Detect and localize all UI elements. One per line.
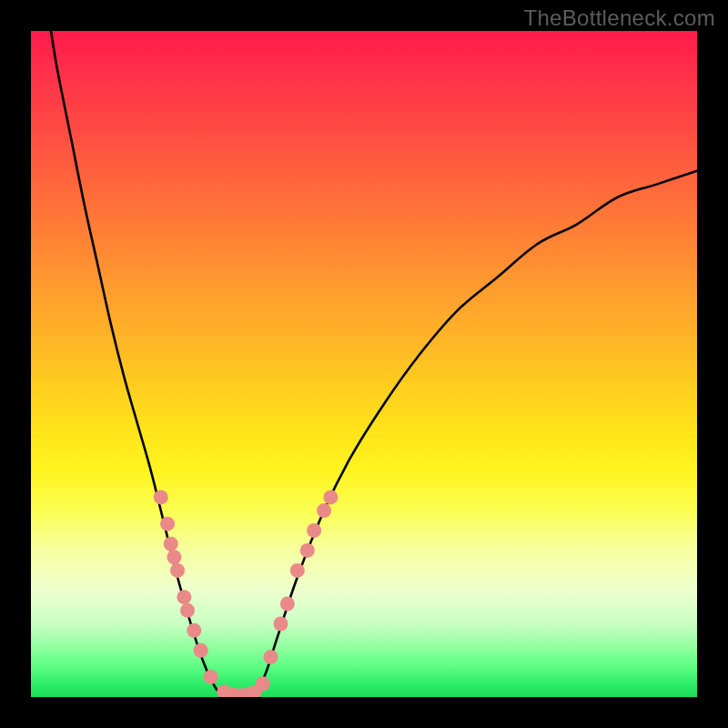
- marker-dot: [317, 503, 331, 518]
- marker-dot: [204, 670, 218, 684]
- marker-dot: [170, 563, 185, 578]
- marker-dot: [164, 537, 178, 551]
- marker-dot: [323, 490, 338, 504]
- marker-dot: [264, 650, 278, 664]
- marker-dot: [274, 616, 288, 631]
- marker-dot: [290, 563, 305, 578]
- chart-svg: [31, 31, 697, 697]
- marker-dot: [280, 597, 295, 612]
- marker-dot: [307, 523, 321, 538]
- marker-dot: [300, 543, 315, 558]
- marker-dot: [194, 643, 208, 658]
- marker-layer: [154, 490, 339, 697]
- marker-dot: [187, 623, 201, 638]
- watermark-text: TheBottleneck.com: [523, 5, 715, 31]
- marker-dot: [167, 550, 181, 564]
- marker-dot: [177, 590, 191, 604]
- plot-area: [31, 31, 697, 697]
- marker-dot: [160, 517, 175, 531]
- marker-dot: [180, 603, 195, 618]
- chart-frame: TheBottleneck.com: [0, 0, 728, 728]
- curve-left-curve: [51, 31, 231, 697]
- marker-dot: [154, 490, 168, 504]
- marker-dot: [256, 676, 270, 691]
- curve-layer: [51, 31, 697, 697]
- curve-right-curve: [251, 171, 697, 697]
